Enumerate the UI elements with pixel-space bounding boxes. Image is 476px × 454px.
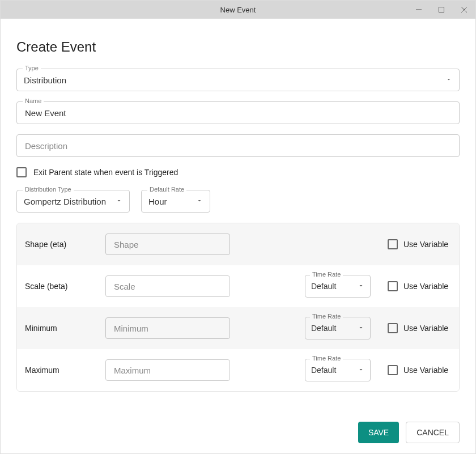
- use-variable-label: Use Variable: [403, 366, 448, 375]
- close-button[interactable]: [453, 1, 475, 19]
- type-value: Distribution: [24, 75, 445, 85]
- time-rate-value: Default: [311, 324, 336, 333]
- default-rate-select[interactable]: Default Rate Hour: [141, 190, 210, 213]
- description-field[interactable]: [16, 134, 460, 157]
- param-label-minimum: Minimum: [25, 324, 88, 333]
- time-rate-value: Default: [311, 366, 336, 375]
- scale-use-variable-checkbox[interactable]: [388, 281, 398, 291]
- table-row: Shape (eta) Use Variable: [17, 223, 459, 265]
- chevron-down-icon: [358, 281, 364, 291]
- time-rate-label: Time Rate: [310, 271, 343, 278]
- page-heading: Create Event: [16, 39, 460, 55]
- type-label: Type: [23, 65, 41, 71]
- shape-input-wrapper: [105, 234, 230, 255]
- chevron-down-icon: [358, 323, 364, 333]
- exit-parent-checkbox[interactable]: [16, 167, 27, 177]
- time-rate-label: Time Rate: [310, 355, 343, 362]
- shape-use-variable-checkbox[interactable]: [388, 239, 398, 249]
- minimum-input[interactable]: [113, 323, 223, 334]
- use-variable-label: Use Variable: [403, 324, 448, 333]
- parameter-table: Shape (eta) Use Variable Scale (beta): [16, 223, 460, 392]
- minimum-use-variable-checkbox[interactable]: [388, 323, 398, 333]
- chevron-down-icon: [196, 196, 203, 206]
- minimum-time-rate-select[interactable]: Time Rate Default: [305, 317, 371, 340]
- type-select[interactable]: Type Distribution: [16, 69, 460, 91]
- scale-input-wrapper: [105, 275, 230, 297]
- scale-input[interactable]: [113, 281, 223, 292]
- name-label: Name: [23, 97, 44, 104]
- description-input[interactable]: [24, 141, 452, 151]
- scale-time-rate-select[interactable]: Time Rate Default: [305, 275, 371, 298]
- param-label-scale: Scale (beta): [25, 282, 88, 291]
- minimize-button[interactable]: [407, 1, 430, 19]
- default-rate-label: Default Rate: [147, 186, 186, 193]
- window-title: New Event: [1, 6, 475, 14]
- maximum-input[interactable]: [113, 365, 223, 376]
- distribution-type-select[interactable]: Distribution Type Gompertz Distribution: [16, 190, 130, 213]
- minimum-input-wrapper: [105, 317, 230, 339]
- chevron-down-icon: [445, 75, 452, 85]
- param-label-maximum: Maximum: [25, 366, 88, 375]
- cancel-button[interactable]: CANCEL: [406, 422, 460, 443]
- chevron-down-icon: [116, 196, 122, 206]
- exit-parent-label: Exit Parent state when event is Triggere…: [33, 168, 178, 177]
- name-input[interactable]: [24, 108, 452, 118]
- table-row: Scale (beta) Time Rate Default Use Varia…: [17, 265, 459, 307]
- param-label-shape: Shape (eta): [25, 240, 88, 249]
- distribution-type-value: Gompertz Distribution: [24, 197, 116, 206]
- save-button[interactable]: SAVE: [358, 422, 399, 443]
- maximize-button[interactable]: [430, 1, 453, 19]
- use-variable-label: Use Variable: [403, 282, 448, 291]
- svg-rect-1: [439, 7, 444, 12]
- shape-input[interactable]: [113, 239, 223, 250]
- time-rate-label: Time Rate: [310, 313, 343, 320]
- table-row: Minimum Time Rate Default Use Variable: [17, 307, 459, 349]
- time-rate-value: Default: [311, 282, 336, 291]
- distribution-type-label: Distribution Type: [23, 186, 74, 193]
- chevron-down-icon: [358, 365, 364, 375]
- maximum-use-variable-checkbox[interactable]: [388, 365, 398, 375]
- maximum-input-wrapper: [105, 359, 230, 381]
- use-variable-label: Use Variable: [403, 240, 448, 249]
- table-row: Maximum Time Rate Default Use Variable: [17, 349, 459, 391]
- maximum-time-rate-select[interactable]: Time Rate Default: [305, 359, 371, 381]
- default-rate-value: Hour: [148, 197, 196, 206]
- name-field[interactable]: Name: [16, 101, 460, 124]
